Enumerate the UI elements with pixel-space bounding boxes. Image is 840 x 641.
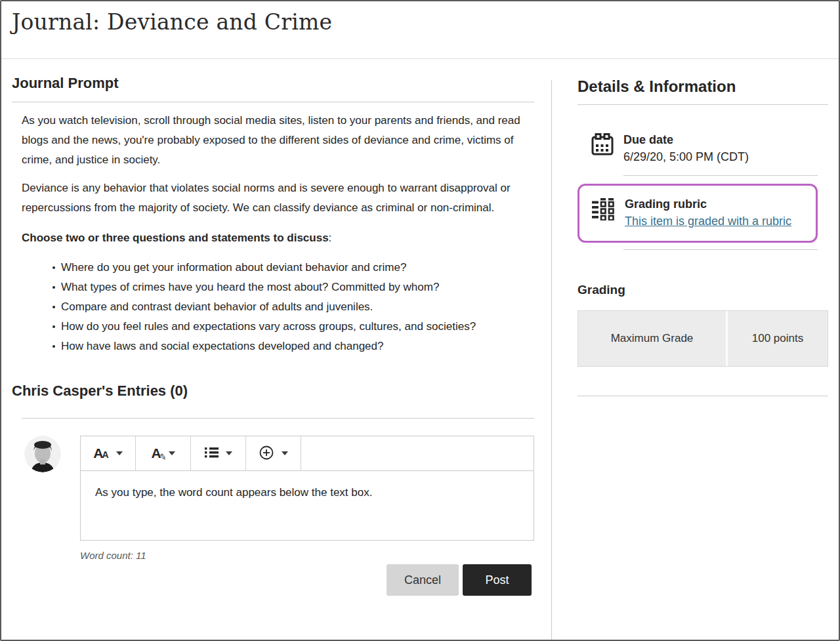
text-color-button[interactable]: A✎ bbox=[136, 436, 191, 470]
due-date-label: Due date bbox=[623, 131, 749, 148]
prompt-instruction: Choose two or three questions and statem… bbox=[22, 228, 534, 248]
plus-circle-icon bbox=[259, 445, 274, 463]
list-item: What types of crimes have you heard the … bbox=[52, 278, 534, 297]
chevron-down-icon bbox=[226, 451, 232, 455]
list-item: Compare and contrast deviant behavior of… bbox=[52, 297, 534, 317]
details-heading: Details & Information bbox=[578, 77, 828, 105]
insert-content-button[interactable] bbox=[246, 436, 301, 470]
due-date-value: 6/29/20, 5:00 PM (CDT) bbox=[623, 148, 749, 165]
list-item: Where do you get your information about … bbox=[52, 258, 534, 278]
bullet-list-icon bbox=[205, 447, 219, 460]
text-style-icon: AA bbox=[93, 445, 108, 461]
text-style-button[interactable]: AA bbox=[81, 436, 136, 470]
list-item: How have laws and social expectations de… bbox=[52, 337, 534, 356]
prompt-question-list: Where do you get your information about … bbox=[52, 258, 534, 356]
rubric-link[interactable]: This item is graded with a rubric bbox=[625, 215, 791, 228]
entries-divider bbox=[22, 418, 534, 419]
chevron-down-icon bbox=[116, 451, 123, 455]
max-grade-label: Maximum Grade bbox=[578, 311, 728, 366]
journal-prompt-body: As you watch television, scroll through … bbox=[22, 111, 534, 356]
calendar-icon bbox=[591, 131, 614, 165]
grading-heading: Grading bbox=[578, 283, 828, 297]
grading-rubric-card: Grading rubric This item is graded with … bbox=[578, 184, 818, 243]
page-title: Journal: Deviance and Crime bbox=[12, 9, 828, 35]
chevron-down-icon bbox=[282, 451, 288, 455]
chevron-down-icon bbox=[169, 451, 175, 455]
entry-editor: AA A✎ bbox=[80, 436, 534, 596]
list-format-button[interactable] bbox=[191, 436, 246, 470]
editor-toolbar: AA A✎ bbox=[80, 436, 534, 471]
prompt-paragraph: Deviance is any behavior that violates s… bbox=[22, 178, 534, 218]
grading-rubric-label: Grading rubric bbox=[625, 196, 791, 213]
rubric-divider bbox=[623, 249, 818, 250]
prompt-divider bbox=[12, 102, 534, 102]
journal-prompt-heading: Journal Prompt bbox=[12, 75, 534, 92]
entry-textbox[interactable]: As you type, the word count appears belo… bbox=[80, 471, 534, 541]
due-date-divider bbox=[623, 175, 818, 176]
due-date-row: Due date 6/29/20, 5:00 PM (CDT) bbox=[578, 131, 828, 165]
text-color-icon: A✎ bbox=[151, 445, 161, 461]
main-column: Journal Prompt As you watch television, … bbox=[1, 59, 551, 640]
list-item: How do you feel rules and expectations v… bbox=[52, 317, 534, 337]
rubric-grid-icon bbox=[592, 196, 616, 230]
entries-heading: Chris Casper's Entries (0) bbox=[12, 383, 534, 400]
grading-divider bbox=[578, 396, 828, 396]
avatar bbox=[24, 436, 61, 472]
word-count: Word count: 11 bbox=[80, 550, 534, 561]
details-sidebar: Details & Information bbox=[551, 59, 839, 640]
journal-page: Journal: Deviance and Crime Journal Prom… bbox=[0, 0, 840, 641]
cancel-button[interactable]: Cancel bbox=[387, 564, 459, 596]
post-button[interactable]: Post bbox=[463, 564, 532, 596]
grading-table: Maximum Grade 100 points bbox=[578, 310, 828, 367]
page-header: Journal: Deviance and Crime bbox=[1, 1, 839, 59]
max-grade-value: 100 points bbox=[728, 311, 828, 366]
prompt-paragraph: As you watch television, scroll through … bbox=[22, 111, 534, 170]
